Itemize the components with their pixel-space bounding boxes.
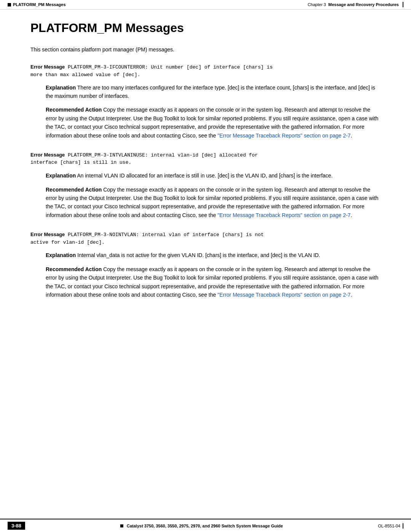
page-number: 3-88	[8, 522, 25, 530]
footer-book-title: Catalyst 3750, 3560, 3550, 2975, 2970, a…	[25, 524, 378, 528]
explanation-label-3: Explanation	[46, 252, 76, 258]
explanation-text-1: There are too many interfaces configured…	[46, 85, 375, 99]
recommended-1: Recommended Action Copy the message exac…	[46, 105, 381, 140]
recommended-link-2[interactable]: "Error Message Traceback Reports" sectio…	[217, 212, 350, 218]
book-title-text: Catalyst 3750, 3560, 3550, 2975, 2970, a…	[127, 524, 283, 528]
breadcrumb-text: PLATFORM_PM Messages	[13, 2, 66, 7]
book-title-square	[120, 524, 123, 527]
explanation-label-1: Explanation	[46, 85, 76, 91]
recommended-label-3: Recommended Action	[46, 266, 102, 272]
footer-bar-icon	[403, 523, 403, 529]
recommended-3: Recommended Action Copy the message exac…	[46, 265, 381, 299]
explanation-text-2: An internal VLAN ID allocated for an int…	[77, 173, 333, 179]
error-code-3: PLATFORM_PM-3-NOINTVLAN: internal vlan o…	[30, 232, 264, 245]
breadcrumb-area: PLATFORM_PM Messages	[8, 2, 66, 7]
explanation-3: Explanation Internal vlan_data is not ac…	[46, 251, 381, 260]
error-label-1: Error Message	[30, 64, 65, 70]
recommended-link-3[interactable]: "Error Message Traceback Reports" sectio…	[217, 292, 350, 298]
recommended-label-2: Recommended Action	[46, 187, 102, 193]
recommended-period-3: .	[350, 292, 352, 298]
top-header: PLATFORM_PM Messages Chapter 3 Message a…	[0, 0, 411, 10]
page-title: PLATFORM_PM Messages	[30, 21, 381, 35]
error-code-1: PLATFORM_PM-3-IFCOUNTERROR: Unit number …	[30, 64, 272, 78]
header-bar-icon	[403, 2, 403, 7]
error-code-2: PLATFORM_PM-3-INTVLANINUSE: internal vla…	[30, 152, 258, 166]
recommended-label-1: Recommended Action	[46, 107, 102, 113]
footer-right: OL-8551-04	[378, 523, 403, 529]
doc-number: OL-8551-04	[378, 524, 400, 528]
header-square-icon	[8, 3, 11, 6]
chapter-info: Chapter 3 Message and Recovery Procedure…	[307, 2, 403, 7]
error-block-2: Error Message PLATFORM_PM-3-INTVLANINUSE…	[30, 151, 381, 219]
chapter-title: Message and Recovery Procedures	[328, 2, 399, 7]
main-content: PLATFORM_PM Messages This section contai…	[0, 10, 411, 341]
chapter-label: Chapter 3	[307, 2, 326, 7]
recommended-link-1[interactable]: "Error Message Traceback Reports" sectio…	[217, 133, 350, 139]
footer: 3-88 Catalyst 3750, 3560, 3550, 2975, 29…	[0, 519, 411, 532]
explanation-label-2: Explanation	[46, 173, 76, 179]
intro-paragraph: This section contains platform port mana…	[30, 46, 381, 53]
explanation-1: Explanation There are too many interface…	[46, 84, 381, 100]
recommended-2: Recommended Action Copy the message exac…	[46, 185, 381, 220]
error-message-line-1: Error Message PLATFORM_PM-3-IFCOUNTERROR…	[30, 63, 381, 78]
error-label-2: Error Message	[30, 152, 65, 158]
explanation-2: Explanation An internal VLAN ID allocate…	[46, 172, 381, 180]
error-block-1: Error Message PLATFORM_PM-3-IFCOUNTERROR…	[30, 63, 381, 140]
error-block-3: Error Message PLATFORM_PM-3-NOINTVLAN: i…	[30, 231, 381, 299]
recommended-period-2: .	[350, 212, 352, 218]
error-message-line-3: Error Message PLATFORM_PM-3-NOINTVLAN: i…	[30, 231, 381, 246]
explanation-text-3: Internal vlan_data is not active for the…	[77, 252, 320, 258]
recommended-period-1: .	[350, 133, 352, 139]
error-label-3: Error Message	[30, 232, 65, 237]
error-message-line-2: Error Message PLATFORM_PM-3-INTVLANINUSE…	[30, 151, 381, 166]
